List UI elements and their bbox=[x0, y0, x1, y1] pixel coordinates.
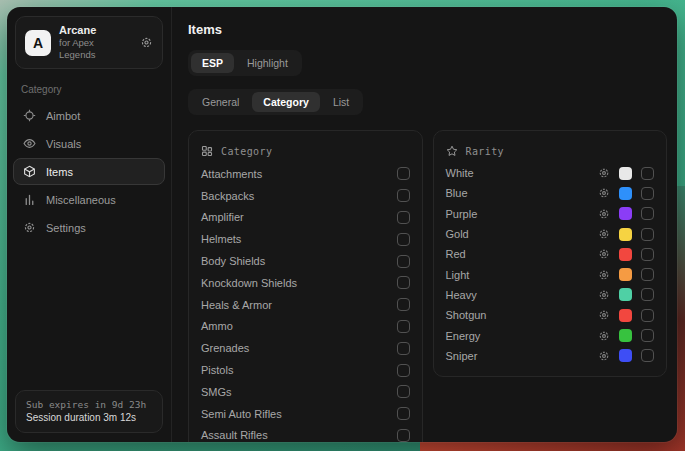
gear-icon[interactable] bbox=[598, 228, 610, 240]
gear-icon[interactable] bbox=[598, 330, 610, 342]
color-swatch-energy[interactable] bbox=[619, 329, 632, 342]
gear-icon[interactable] bbox=[598, 269, 610, 281]
category-row-heals-armor: Heals & Armor bbox=[201, 294, 410, 316]
box-icon bbox=[23, 165, 36, 178]
checkbox-blue[interactable] bbox=[641, 187, 654, 200]
rarity-row-label: Energy bbox=[446, 330, 481, 342]
gear-icon[interactable] bbox=[598, 167, 610, 179]
category-row-label: Assault Rifles bbox=[201, 429, 268, 441]
esp-highlight-toggle: ESPHighlight bbox=[188, 50, 302, 76]
color-swatch-blue[interactable] bbox=[619, 187, 632, 200]
rarity-row-controls bbox=[598, 309, 654, 322]
checkbox-white[interactable] bbox=[641, 167, 654, 180]
rarity-panel: Rarity WhiteBluePurpleGoldRedLightHeavyS… bbox=[433, 130, 668, 377]
gear-icon[interactable] bbox=[598, 289, 610, 301]
checkbox-pistols[interactable] bbox=[397, 364, 410, 377]
gear-icon[interactable] bbox=[598, 248, 610, 260]
settings-gear-icon[interactable] bbox=[140, 36, 153, 49]
checkbox-light[interactable] bbox=[641, 268, 654, 281]
rarity-row-label: White bbox=[446, 167, 474, 179]
category-row-label: SMGs bbox=[201, 386, 232, 398]
checkbox-assault-rifles[interactable] bbox=[397, 429, 410, 442]
checkbox-knockdown-shields[interactable] bbox=[397, 276, 410, 289]
category-row-semi-auto-rifles: Semi Auto Rifles bbox=[201, 403, 410, 425]
rarity-row-red: Red bbox=[446, 244, 655, 264]
gear-icon[interactable] bbox=[598, 309, 610, 321]
rarity-row-controls bbox=[598, 288, 654, 301]
checkbox-amplifier[interactable] bbox=[397, 211, 410, 224]
sidebar-item-label: Visuals bbox=[46, 138, 81, 150]
tab-list[interactable]: List bbox=[322, 92, 360, 112]
color-swatch-gold[interactable] bbox=[619, 228, 632, 241]
rarity-row-label: Heavy bbox=[446, 289, 477, 301]
color-swatch-heavy[interactable] bbox=[619, 288, 632, 301]
rarity-row-label: Light bbox=[446, 269, 470, 281]
checkbox-attachments[interactable] bbox=[397, 167, 410, 180]
checkbox-shotgun[interactable] bbox=[641, 309, 654, 322]
checkbox-helmets[interactable] bbox=[397, 233, 410, 246]
category-row-assault-rifles: Assault Rifles bbox=[201, 425, 410, 442]
color-swatch-sniper[interactable] bbox=[619, 349, 632, 362]
category-row-attachments: Attachments bbox=[201, 163, 410, 185]
rarity-row-label: Red bbox=[446, 248, 466, 260]
sidebar-item-visuals[interactable]: Visuals bbox=[13, 130, 165, 157]
category-row-knockdown-shields: Knockdown Shields bbox=[201, 272, 410, 294]
rarity-row-light: Light bbox=[446, 264, 655, 284]
color-swatch-purple[interactable] bbox=[619, 207, 632, 220]
checkbox-gold[interactable] bbox=[641, 228, 654, 241]
checkbox-grenades[interactable] bbox=[397, 342, 410, 355]
sub-expires-text: Sub expires in 9d 23h bbox=[26, 398, 152, 411]
rarity-row-label: Shotgun bbox=[446, 309, 487, 321]
bars-icon bbox=[23, 193, 36, 206]
sidebar-item-settings[interactable]: Settings bbox=[13, 214, 165, 241]
main-content: Items ESPHighlight GeneralCategoryList C… bbox=[172, 7, 677, 442]
app-subtitle: for Apex Legends bbox=[59, 37, 132, 61]
checkbox-energy[interactable] bbox=[641, 329, 654, 342]
color-swatch-white[interactable] bbox=[619, 167, 632, 180]
color-swatch-red[interactable] bbox=[619, 248, 632, 261]
sidebar-item-miscellaneous[interactable]: Miscellaneous bbox=[13, 186, 165, 213]
rarity-row-shotgun: Shotgun bbox=[446, 305, 655, 325]
sidebar-item-aimbot[interactable]: Aimbot bbox=[13, 102, 165, 129]
mode-esp[interactable]: ESP bbox=[191, 53, 234, 73]
gear-icon[interactable] bbox=[598, 208, 610, 220]
checkbox-semi-auto-rifles[interactable] bbox=[397, 407, 410, 420]
checkbox-smgs[interactable] bbox=[397, 385, 410, 398]
sidebar-section-label: Category bbox=[21, 84, 171, 95]
checkbox-backpacks[interactable] bbox=[397, 189, 410, 202]
sidebar: A Arcane for Apex Legends Category Aimbo… bbox=[7, 7, 172, 442]
category-row-label: Backpacks bbox=[201, 190, 254, 202]
app-meta: Arcane for Apex Legends bbox=[59, 24, 132, 61]
rarity-row-purple: Purple bbox=[446, 204, 655, 224]
checkbox-red[interactable] bbox=[641, 248, 654, 261]
sidebar-item-label: Settings bbox=[46, 222, 86, 234]
checkbox-ammo[interactable] bbox=[397, 320, 410, 333]
color-swatch-light[interactable] bbox=[619, 268, 632, 281]
sidebar-item-label: Items bbox=[46, 166, 73, 178]
checkbox-heals-armor[interactable] bbox=[397, 298, 410, 311]
app-window: A Arcane for Apex Legends Category Aimbo… bbox=[7, 7, 677, 442]
tab-general[interactable]: General bbox=[191, 92, 250, 112]
subscription-info-box: Sub expires in 9d 23h Session duration 3… bbox=[15, 390, 163, 433]
sidebar-item-items[interactable]: Items bbox=[13, 158, 165, 185]
rarity-row-controls bbox=[598, 248, 654, 261]
category-row-grenades: Grenades bbox=[201, 337, 410, 359]
session-duration-text: Session duration 3m 12s bbox=[26, 411, 152, 425]
rarity-row-controls bbox=[598, 167, 654, 180]
color-swatch-shotgun[interactable] bbox=[619, 309, 632, 322]
checkbox-sniper[interactable] bbox=[641, 349, 654, 362]
gear-icon[interactable] bbox=[598, 350, 610, 362]
rarity-panel-title: Rarity bbox=[466, 146, 505, 157]
rarity-rows: WhiteBluePurpleGoldRedLightHeavyShotgunE… bbox=[446, 163, 655, 366]
gear-icon[interactable] bbox=[598, 187, 610, 199]
checkbox-heavy[interactable] bbox=[641, 288, 654, 301]
tab-category[interactable]: Category bbox=[252, 92, 320, 112]
rarity-row-controls bbox=[598, 329, 654, 342]
category-panel-header: Category bbox=[201, 139, 410, 163]
checkbox-body-shields[interactable] bbox=[397, 255, 410, 268]
checkbox-purple[interactable] bbox=[641, 207, 654, 220]
rarity-row-controls bbox=[598, 268, 654, 281]
category-panel: Category AttachmentsBackpacksAmplifierHe… bbox=[188, 130, 423, 442]
mode-highlight[interactable]: Highlight bbox=[236, 53, 299, 73]
items-tabs: GeneralCategoryList bbox=[188, 89, 363, 115]
